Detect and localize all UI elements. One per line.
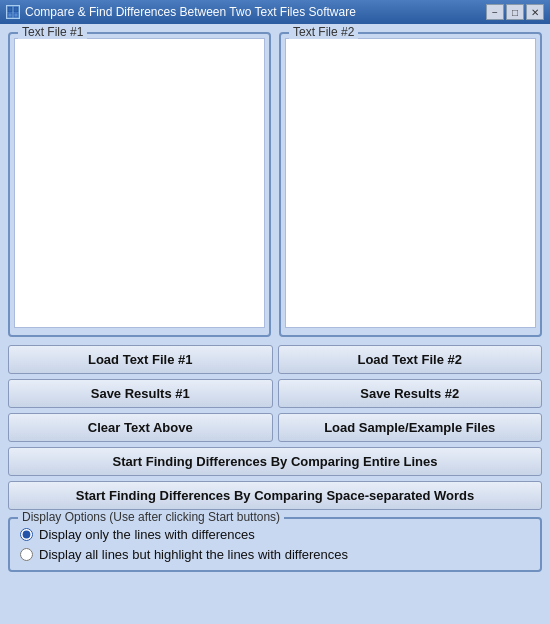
svg-rect-0 <box>8 7 12 12</box>
svg-rect-2 <box>8 13 12 17</box>
minimize-button[interactable]: − <box>486 4 504 20</box>
text-file-2-label: Text File #2 <box>289 25 358 39</box>
svg-rect-3 <box>14 13 18 17</box>
window-controls[interactable]: − □ ✕ <box>486 4 544 20</box>
maximize-button[interactable]: □ <box>506 4 524 20</box>
radio-option-2: Display all lines but highlight the line… <box>20 547 530 562</box>
text-file-1-label: Text File #1 <box>18 25 87 39</box>
radio-option-2-label[interactable]: Display all lines but highlight the line… <box>39 547 348 562</box>
svg-rect-1 <box>14 7 18 12</box>
load-file-1-button[interactable]: Load Text File #1 <box>8 345 273 374</box>
close-button[interactable]: ✕ <box>526 4 544 20</box>
app-icon <box>6 5 20 19</box>
load-file-2-button[interactable]: Load Text File #2 <box>278 345 543 374</box>
window-title: Compare & Find Differences Between Two T… <box>25 5 356 19</box>
clear-text-button[interactable]: Clear Text Above <box>8 413 273 442</box>
radio-option-1: Display only the lines with differences <box>20 527 530 542</box>
main-container: Text File #1 Text File #2 Load Text File… <box>0 24 550 624</box>
radio-only-differences[interactable] <box>20 528 33 541</box>
buttons-grid: Load Text File #1 Load Text File #2 Save… <box>8 345 542 442</box>
save-results-1-button[interactable]: Save Results #1 <box>8 379 273 408</box>
radio-all-lines-highlight[interactable] <box>20 548 33 561</box>
text-file-2-group: Text File #2 <box>279 32 542 337</box>
text-areas-row: Text File #1 Text File #2 <box>8 32 542 337</box>
title-bar-left: Compare & Find Differences Between Two T… <box>6 5 356 19</box>
title-bar: Compare & Find Differences Between Two T… <box>0 0 550 24</box>
display-options-label: Display Options (Use after clicking Star… <box>18 510 284 524</box>
text-file-1-input[interactable] <box>14 38 265 328</box>
load-sample-button[interactable]: Load Sample/Example Files <box>278 413 543 442</box>
start-entire-lines-button[interactable]: Start Finding Differences By Comparing E… <box>8 447 542 476</box>
start-words-button[interactable]: Start Finding Differences By Comparing S… <box>8 481 542 510</box>
radio-option-1-label[interactable]: Display only the lines with differences <box>39 527 255 542</box>
save-results-2-button[interactable]: Save Results #2 <box>278 379 543 408</box>
text-file-1-group: Text File #1 <box>8 32 271 337</box>
display-options-group: Display Options (Use after clicking Star… <box>8 517 542 572</box>
text-file-2-input[interactable] <box>285 38 536 328</box>
